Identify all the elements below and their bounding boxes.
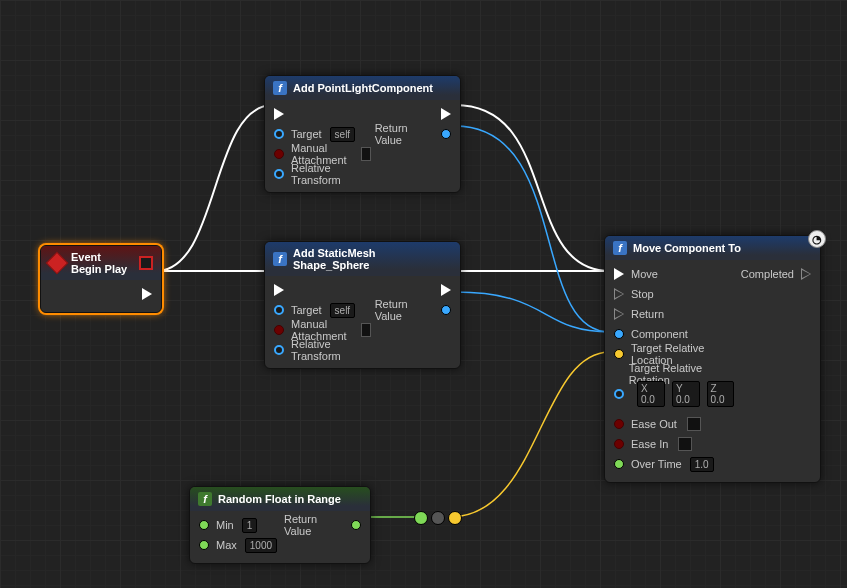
pin-rel-transform[interactable]	[274, 169, 284, 179]
pin-label: Return Value	[284, 513, 344, 537]
pin-label: Target	[291, 128, 322, 140]
pin-component[interactable]	[614, 329, 624, 339]
node-add-point-light[interactable]: f Add PointLightComponent Targetself Man…	[264, 75, 461, 193]
pin-ease-in[interactable]	[614, 439, 624, 449]
pin-ease-out[interactable]	[614, 419, 624, 429]
self-chip: self	[330, 303, 356, 318]
title-text: Event Begin Play	[71, 251, 133, 275]
function-icon: f	[273, 252, 287, 266]
pin-min[interactable]	[199, 520, 209, 530]
exec-out-pin[interactable]	[441, 108, 451, 120]
pin-label: Ease Out	[631, 418, 677, 430]
pin-label: Target	[291, 304, 322, 316]
exec-move-pin[interactable]	[614, 268, 624, 280]
pin-label: Return	[631, 308, 664, 320]
min-value[interactable]: 1	[242, 518, 258, 533]
rot-z[interactable]: Z 0.0	[707, 381, 734, 407]
pin-label: Move	[631, 268, 658, 280]
pin-label: Max	[216, 539, 237, 551]
function-icon: f	[613, 241, 627, 255]
pin-target-loc[interactable]	[614, 349, 624, 359]
node-move-component-to[interactable]: ◔ f Move Component To Move Stop Return C…	[604, 235, 821, 483]
pin-label: Ease In	[631, 438, 668, 450]
rot-y[interactable]: Y 0.0	[672, 381, 700, 407]
node-title: f Random Float in Range	[190, 487, 370, 511]
pin-return[interactable]	[351, 520, 361, 530]
exec-in-pin[interactable]	[274, 108, 284, 120]
event-icon	[46, 252, 69, 275]
pin-max[interactable]	[199, 540, 209, 550]
reroute-vector[interactable]	[448, 511, 462, 525]
self-chip: self	[330, 127, 356, 142]
title-text: Add StaticMesh Shape_Sphere	[293, 247, 452, 271]
checkbox[interactable]	[678, 437, 692, 451]
pin-label: Completed	[741, 268, 794, 280]
node-title: f Add StaticMesh Shape_Sphere	[265, 242, 460, 276]
title-text: Random Float in Range	[218, 493, 362, 505]
node-title: f Move Component To	[605, 236, 820, 260]
clock-icon: ◔	[808, 230, 826, 248]
rot-x[interactable]: X 0.0	[637, 381, 665, 407]
delegate-pin[interactable]	[139, 256, 153, 270]
exec-completed-pin[interactable]	[801, 268, 811, 280]
pin-over-time[interactable]	[614, 459, 624, 469]
exec-in-pin[interactable]	[274, 284, 284, 296]
pin-return[interactable]	[441, 305, 451, 315]
pin-target[interactable]	[274, 305, 284, 315]
pin-label: Component	[631, 328, 688, 340]
pin-target-rot[interactable]	[614, 389, 624, 399]
checkbox[interactable]	[361, 147, 371, 161]
pin-label: Relative Transform	[291, 162, 367, 186]
reroute-mid[interactable]	[431, 511, 445, 525]
exec-return-pin[interactable]	[614, 308, 624, 320]
pin-label: Return Value	[375, 122, 434, 146]
pin-label: Over Time	[631, 458, 682, 470]
exec-out-pin[interactable]	[142, 288, 152, 300]
title-text: Move Component To	[633, 242, 812, 254]
exec-out-pin[interactable]	[441, 284, 451, 296]
pin-label: Return Value	[375, 298, 434, 322]
function-icon: f	[198, 492, 212, 506]
reroute-float[interactable]	[414, 511, 428, 525]
max-value[interactable]: 1000	[245, 538, 277, 553]
node-event-begin-play[interactable]: Event Begin Play	[40, 245, 162, 313]
pin-manual-attach[interactable]	[274, 149, 284, 159]
pin-label: Min	[216, 519, 234, 531]
blueprint-graph-canvas[interactable]: Event Begin Play f Add PointLightCompone…	[0, 0, 847, 588]
function-icon: f	[273, 81, 287, 95]
pin-return[interactable]	[441, 129, 451, 139]
over-time-value[interactable]: 1.0	[690, 457, 714, 472]
pin-label: Stop	[631, 288, 654, 300]
exec-stop-pin[interactable]	[614, 288, 624, 300]
node-title: Event Begin Play	[41, 246, 161, 280]
node-add-static-mesh[interactable]: f Add StaticMesh Shape_Sphere Targetself…	[264, 241, 461, 369]
checkbox[interactable]	[361, 323, 371, 337]
pin-rel-transform[interactable]	[274, 345, 284, 355]
pin-target[interactable]	[274, 129, 284, 139]
pin-label: Relative Transform	[291, 338, 367, 362]
title-text: Add PointLightComponent	[293, 82, 452, 94]
pin-manual-attach[interactable]	[274, 325, 284, 335]
checkbox[interactable]	[687, 417, 701, 431]
node-random-float[interactable]: f Random Float in Range Min1 Max1000 Ret…	[189, 486, 371, 564]
node-title: f Add PointLightComponent	[265, 76, 460, 100]
